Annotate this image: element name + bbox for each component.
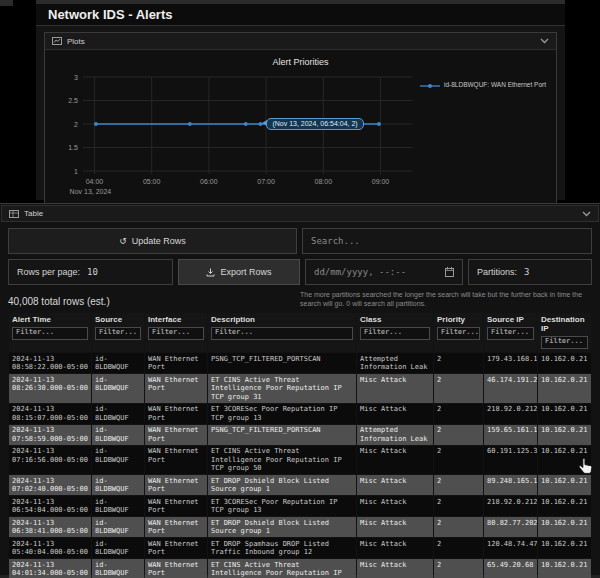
column-label: Alert Time [12, 315, 88, 324]
table-row[interactable]: 2024-11-13 08:26:30.000-05:00id-8LDBWQUF… [9, 374, 591, 403]
datetime-input[interactable]: dd/mm/yyyy, --:-- [305, 259, 463, 285]
cell-destination_ip: 10.162.0.21 [538, 374, 591, 403]
cell-description: PSNG_TCP_FILTERED_PORTSCAN [208, 353, 356, 373]
partitions-control[interactable]: Partitions: 3 [468, 259, 592, 285]
update-rows-button[interactable]: ↺ Update Rows [8, 228, 297, 254]
cell-time: 2024-11-13 08:26:30.000-05:00 [9, 374, 91, 403]
chevron-down-icon[interactable] [540, 38, 549, 44]
column-label: Source [95, 315, 141, 324]
cell-description: ET CINS Active Threat Intelligence Poor … [208, 374, 356, 403]
cell-priority: 2 [434, 404, 483, 424]
column-header-destination-ip: Destination IP Filter... [538, 313, 591, 352]
rows-per-page-value[interactable]: 10 [87, 267, 98, 277]
plots-panel-header[interactable]: Plots [45, 33, 556, 50]
table-info-row: 40,008 total rows (est.) The more partit… [0, 290, 600, 308]
cell-source: id-8LDBWQUF [92, 353, 144, 373]
cell-interface: WAN Ethernet Port [145, 404, 207, 424]
cell-interface: WAN Ethernet Port [145, 353, 207, 373]
cell-time: 2024-11-13 08:58:22.000-05:00 [9, 353, 91, 373]
cell-priority: 2 [434, 538, 483, 558]
filter-input-priority[interactable]: Filter... [437, 327, 480, 340]
table-panel-header[interactable]: Table [1, 205, 599, 222]
table-row[interactable]: 2024-11-13 07:02:40.000-05:00id-8LDBWQUF… [9, 475, 591, 495]
svg-text:07:00: 07:00 [257, 178, 275, 185]
chart-plot-area[interactable]: 32.521.5104:00Nov 13, 202405:0006:0007:0… [49, 69, 420, 199]
svg-text:09:00: 09:00 [372, 178, 390, 185]
filter-input-msg[interactable]: Filter... [211, 327, 353, 340]
cell-source: id-8LDBWQUF [92, 517, 144, 537]
filter-input-sensor-interface[interactable]: Filter... [148, 327, 204, 340]
cell-interface: WAN Ethernet Port [145, 374, 207, 403]
cell-source: id-8LDBWQUF [92, 538, 144, 558]
table-row[interactable]: 2024-11-13 07:16:56.000-05:00id-8LDBWQUF… [9, 446, 591, 475]
partitions-value[interactable]: 3 [524, 267, 529, 277]
svg-text:06:00: 06:00 [200, 178, 218, 185]
table-row[interactable]: 2024-11-13 06:38:41.000-05:00id-8LDBWQUF… [9, 517, 591, 537]
svg-text:Nov 13, 2024: Nov 13, 2024 [70, 188, 112, 195]
svg-text:05:00: 05:00 [143, 178, 161, 185]
cell-time: 2024-11-13 08:15:07.000-05:00 [9, 404, 91, 424]
plots-panel: Plots Alert Priorities 32.521.5104:00Nov… [44, 32, 557, 204]
filter-input-sensor-id[interactable]: Filter... [95, 327, 141, 340]
cell-priority: 2 [434, 517, 483, 537]
cell-source_ip: 80.82.77.202 [484, 517, 537, 537]
cell-class: Attempted Information Leak [357, 353, 433, 373]
chart-title: Alert Priorities [49, 53, 552, 67]
filter-input-event-second[interactable]: Filter... [12, 327, 88, 340]
table-row[interactable]: 2024-11-13 04:01:34.000-05:00id-8LDBWQUF… [9, 559, 591, 578]
chevron-down-icon[interactable] [582, 211, 591, 217]
table-row[interactable]: 2024-11-13 06:54:04.000-05:00id-8LDBWQUF… [9, 496, 591, 516]
total-rows-top: 40,008 total rows (est.) [8, 296, 110, 307]
rows-per-page-control[interactable]: Rows per page: 10 [8, 259, 173, 285]
table-row[interactable]: 2024-11-13 05:40:04.000-05:00id-8LDBWQUF… [9, 538, 591, 558]
table-row[interactable]: 2024-11-13 07:58:59.000-05:00id-8LDBWQUF… [9, 425, 591, 445]
cell-priority: 2 [434, 425, 483, 445]
rows-per-page-label: Rows per page: [17, 267, 80, 277]
cell-source_ip: 179.43.168.146 [484, 353, 537, 373]
cell-interface: WAN Ethernet Port [145, 538, 207, 558]
cell-source: id-8LDBWQUF [92, 496, 144, 516]
table-controls: ↺ Update Rows Search... Rows per page: 1… [0, 222, 600, 285]
cell-priority: 2 [434, 374, 483, 403]
cell-time: 2024-11-13 07:02:40.000-05:00 [9, 475, 91, 495]
cell-source_ip: 65.49.20.68 [484, 559, 537, 578]
export-rows-button[interactable]: Export Rows [178, 259, 300, 285]
cell-destination_ip: 10.162.0.21 [538, 538, 591, 558]
cell-time: 2024-11-13 04:01:34.000-05:00 [9, 559, 91, 578]
search-placeholder: Search... [311, 236, 360, 246]
cell-class: Misc Attack [357, 446, 433, 475]
cell-source: id-8LDBWQUF [92, 374, 144, 403]
cell-priority: 2 [434, 446, 483, 475]
cell-priority: 2 [434, 496, 483, 516]
cell-class: Misc Attack [357, 538, 433, 558]
cell-priority: 2 [434, 353, 483, 373]
calendar-icon[interactable] [445, 267, 454, 277]
column-header-sensor-interface: Interface Filter... [145, 313, 207, 352]
cell-source: id-8LDBWQUF [92, 475, 144, 495]
chart-legend[interactable]: id-8LDBWQUF: WAN Ethernet Port [420, 69, 552, 199]
table-row[interactable]: 2024-11-13 08:58:22.000-05:00id-8LDBWQUF… [9, 353, 591, 373]
cell-time: 2024-11-13 07:16:56.000-05:00 [9, 446, 91, 475]
cell-time: 2024-11-13 07:58:59.000-05:00 [9, 425, 91, 445]
cell-interface: WAN Ethernet Port [145, 517, 207, 537]
cell-source_ip: 46.174.191.28 [484, 374, 537, 403]
table-row[interactable]: 2024-11-13 08:15:07.000-05:00id-8LDBWQUF… [9, 404, 591, 424]
partitions-hint: The more partitions searched the longer … [300, 290, 592, 308]
cell-source_ip: 89.248.165.102 [484, 475, 537, 495]
export-rows-label: Export Rows [220, 267, 271, 277]
cell-time: 2024-11-13 05:40:04.000-05:00 [9, 538, 91, 558]
column-header-sensor-id: Source Filter... [92, 313, 144, 352]
cell-destination_ip: 10.162.0.21 [538, 517, 591, 537]
alerts-table: Alert Time Filter... Source Filter... In… [8, 312, 592, 578]
filter-input-source-ip[interactable]: Filter... [487, 327, 534, 340]
cell-interface: WAN Ethernet Port [145, 446, 207, 475]
column-header-msg: Description Filter... [208, 313, 356, 352]
cell-class: Misc Attack [357, 517, 433, 537]
search-input[interactable]: Search... [302, 228, 592, 254]
filter-input-destination-ip[interactable]: Filter... [541, 336, 588, 349]
cell-destination_ip: 10.162.0.21 [538, 425, 591, 445]
cell-destination_ip: 10.162.0.21 [538, 559, 591, 578]
cell-priority: 2 [434, 559, 483, 578]
svg-text:2.5: 2.5 [68, 97, 78, 104]
filter-input-classification[interactable]: Filter... [360, 327, 430, 340]
